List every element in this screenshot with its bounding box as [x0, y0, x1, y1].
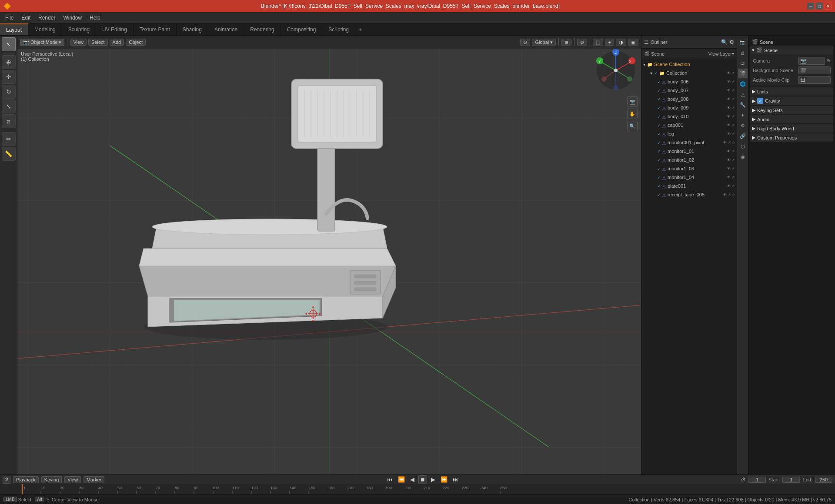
stop-btn[interactable]: ⏹ — [418, 475, 427, 484]
menu-window[interactable]: Window — [60, 14, 85, 22]
eye-icon[interactable]: 👁 — [727, 184, 731, 188]
camera-pick-icon[interactable]: ✎ — [827, 58, 831, 64]
current-frame-input[interactable]: 1 — [748, 477, 766, 483]
overlay-toggle[interactable]: ⊘ — [577, 39, 587, 46]
timeline-track[interactable]: 1 10 20 30 40 50 60 70 80 90 100 110 120… — [22, 484, 835, 494]
select-menu[interactable]: Select — [88, 39, 108, 46]
scene-collection-header[interactable]: ▾ 📁 Scene Collection — [641, 60, 737, 69]
tool-annotate[interactable]: ✏ — [2, 132, 16, 146]
view-menu[interactable]: View — [70, 39, 87, 46]
tab-animation[interactable]: Animation — [208, 23, 244, 35]
bg-scene-value[interactable]: 🎬 — [798, 66, 831, 74]
ol-item-monitor1-03[interactable]: ✓ △ monitor1_03 👁 ↗ — [641, 164, 737, 173]
viewport-hand-icon[interactable]: ✋ — [627, 109, 638, 119]
pointer-icon[interactable]: ↗ — [728, 192, 731, 197]
add-workspace-button[interactable]: + — [355, 23, 365, 35]
jump-start-btn[interactable]: ⏮ — [386, 476, 394, 483]
pointer-icon[interactable]: ↗ — [728, 140, 731, 145]
eye-icon[interactable]: 👁 — [727, 114, 731, 119]
gravity-checkbox[interactable]: ✓ — [757, 98, 763, 104]
keying-sets-header[interactable]: ▶ Keying Sets — [750, 106, 833, 114]
outliner-filter-icon[interactable]: ⚙ — [729, 39, 734, 45]
menu-file[interactable]: File — [2, 14, 17, 22]
tool-rotate[interactable]: ↻ — [2, 85, 16, 99]
tab-shading[interactable]: Shading — [177, 23, 208, 35]
pointer-icon[interactable]: ↗ — [731, 132, 735, 136]
collection-item[interactable]: ▾ ✓ 📁 Collection 👁 ↗ — [641, 69, 737, 77]
viewport-3d[interactable]: 📷 Object Mode ▾ View Select Add Object ⊙… — [17, 36, 641, 474]
menu-render[interactable]: Render — [35, 14, 59, 22]
eye-icon[interactable]: 👁 — [727, 71, 731, 75]
material-shading[interactable]: ◑ — [616, 39, 626, 46]
object-menu[interactable]: Object — [126, 39, 146, 46]
props-view-layer[interactable]: 🗂 — [738, 58, 748, 68]
props-render[interactable]: 📷 — [738, 37, 748, 47]
tab-texture-paint[interactable]: Texture Paint — [134, 23, 177, 35]
tab-rendering[interactable]: Rendering — [244, 23, 281, 35]
eye-icon[interactable]: 👁 — [727, 132, 731, 136]
movie-clip-value[interactable]: 🎞 — [798, 76, 831, 84]
restrict-render-icon[interactable]: ◇ — [732, 192, 735, 197]
transform-global[interactable]: Global ▾ — [532, 39, 556, 46]
proportional-edit[interactable]: ⊙ — [520, 39, 530, 46]
props-material[interactable]: ◉ — [738, 152, 748, 162]
eye-icon[interactable]: 👁 — [727, 88, 731, 93]
props-scene[interactable]: 🎬 — [738, 69, 748, 78]
props-data[interactable]: ⬡ — [738, 142, 748, 151]
tab-sculpting[interactable]: Sculpting — [62, 23, 96, 35]
props-output[interactable]: 🖨 — [738, 48, 748, 57]
tab-uv-editing[interactable]: UV Editing — [96, 23, 134, 35]
pointer-icon[interactable]: ↗ — [731, 97, 735, 101]
eye-icon[interactable]: 👁 — [727, 97, 731, 101]
end-frame-input[interactable]: 250 — [815, 477, 832, 483]
props-world[interactable]: 🌐 — [738, 79, 748, 89]
solid-shading[interactable]: ● — [605, 39, 614, 46]
ol-item-monitor1-04[interactable]: ✓ △ monitor1_04 👁 ↗ — [641, 173, 737, 182]
pointer-icon[interactable]: ↗ — [731, 106, 735, 110]
ol-item-body007[interactable]: ✓ △ body_007 👁 ↗ — [641, 86, 737, 95]
ol-item-monitor1-02[interactable]: ✓ △ monitor1_02 👁 ↗ — [641, 156, 737, 164]
pointer-icon[interactable]: ↗ — [731, 184, 735, 188]
tool-transform[interactable]: ⧄ — [2, 114, 16, 128]
eye-icon[interactable]: 👁 — [723, 192, 727, 197]
props-object[interactable]: △ — [738, 90, 748, 99]
props-physics[interactable]: ⚙ — [738, 121, 748, 130]
eye-icon[interactable]: 👁 — [727, 80, 731, 84]
outliner-search-icon[interactable]: 🔍 — [721, 39, 728, 45]
ol-item-receipt-tape[interactable]: ✓ △ receipt_tape_005 👁 ↗ ◇ — [641, 190, 737, 199]
wireframe-shading[interactable]: ⬚ — [593, 39, 603, 46]
viewport-camera-icon[interactable]: 📷 — [627, 96, 638, 107]
object-mode-selector[interactable]: 📷 Object Mode ▾ — [20, 39, 64, 46]
audio-header[interactable]: ▶ Audio — [750, 115, 833, 123]
tab-layout[interactable]: Layout — [0, 23, 28, 35]
pointer-icon[interactable]: ↗ — [731, 114, 735, 119]
jump-end-btn[interactable]: ⏭ — [451, 476, 460, 483]
keying-menu[interactable]: Keying — [41, 476, 62, 483]
eye-icon[interactable]: 👁 — [727, 166, 731, 171]
snap-toggle[interactable]: ⊕ — [561, 39, 571, 46]
custom-props-header[interactable]: ▶ Custom Properties — [750, 133, 833, 142]
tool-cursor[interactable]: ⊕ — [2, 55, 16, 69]
props-particles[interactable]: ✦ — [738, 110, 748, 120]
scene-section-header[interactable]: ▾ 🎬 Scene — [750, 46, 833, 54]
ol-item-body009[interactable]: ✓ △ body_009 👁 ↗ — [641, 103, 737, 112]
add-menu[interactable]: Add — [110, 39, 124, 46]
camera-value[interactable]: 📷 — [798, 57, 825, 65]
eye-icon[interactable]: 👁 — [727, 175, 731, 179]
props-constraints[interactable]: 🔗 — [738, 131, 748, 141]
eye-icon[interactable]: 👁 — [727, 149, 731, 153]
menu-help[interactable]: Help — [86, 14, 104, 22]
eye-icon[interactable]: 👁 — [723, 140, 727, 145]
pointer-icon[interactable]: ↗ — [731, 166, 735, 171]
jump-next-keyframe-btn[interactable]: ⏩ — [439, 476, 449, 483]
tab-modeling[interactable]: Modeling — [28, 23, 62, 35]
minimize-button[interactable]: ─ — [807, 3, 814, 10]
tool-select[interactable]: ↖ — [2, 37, 16, 51]
tool-measure[interactable]: 📏 — [2, 147, 16, 161]
playback-menu[interactable]: Playback — [13, 476, 39, 483]
tool-scale[interactable]: ⤡ — [2, 99, 16, 113]
menu-edit[interactable]: Edit — [18, 14, 34, 22]
view-layer-dropdown[interactable]: ▾ — [732, 51, 734, 56]
ol-item-body008[interactable]: ✓ △ body_008 👁 ↗ — [641, 95, 737, 103]
eye-icon[interactable]: 👁 — [727, 106, 731, 110]
